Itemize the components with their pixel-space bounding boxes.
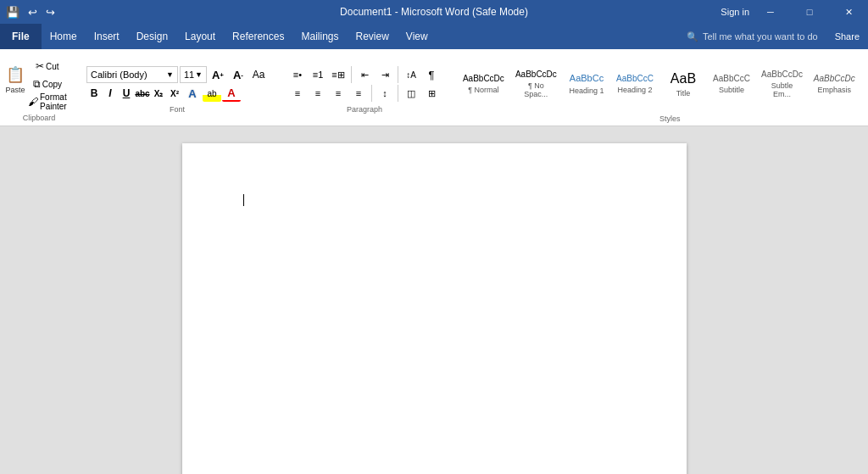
styles-list: AaBbCcDc ¶ Normal AaBbCcDc ¶ No Spac... … — [458, 62, 860, 106]
underline-button[interactable]: U — [119, 86, 134, 101]
home-menu[interactable]: Home — [42, 24, 86, 49]
review-menu[interactable]: Review — [347, 24, 397, 49]
title-bar: 💾 ↩ ↪ Document1 - Microsoft Word (Safe M… — [0, 0, 868, 24]
font-color-button[interactable]: A — [222, 85, 241, 102]
shading-button[interactable]: ◫ — [402, 85, 420, 102]
align-center-button[interactable]: ≡ — [309, 85, 327, 102]
style-subtle-emphasis[interactable]: AaBbCcDc Subtle Em... — [756, 62, 808, 106]
minimize-icon[interactable]: ─ — [751, 0, 790, 24]
document-page[interactable] — [182, 143, 687, 474]
copy-button[interactable]: ⧉ Copy — [25, 75, 70, 92]
file-menu[interactable]: File — [0, 24, 42, 49]
line-spacing-button[interactable]: ↕ — [376, 85, 394, 102]
cut-icon: ✂ — [36, 60, 44, 72]
style-normal[interactable]: AaBbCcDc ¶ Normal — [458, 62, 509, 106]
format-painter-button[interactable]: 🖌 Format Painter — [25, 93, 70, 110]
window-controls: ─ □ ✕ — [751, 0, 868, 24]
tell-me-input[interactable]: 🔍 Tell me what you want to do — [678, 24, 826, 49]
bold-button[interactable]: B — [86, 86, 102, 101]
text-cursor — [243, 194, 244, 206]
style-subtitle[interactable]: AaBbCcC Subtitle — [708, 62, 755, 106]
styles-more[interactable]: ⊞ — [864, 94, 868, 111]
paste-button[interactable]: 📋 Paste — [5, 58, 25, 102]
search-icon: 🔍 — [687, 31, 698, 42]
style-no-space[interactable]: AaBbCcDc ¶ No Spac... — [510, 62, 562, 106]
styles-scroll-up[interactable]: ▲ — [864, 57, 868, 74]
strikethrough-button[interactable]: abc — [135, 86, 150, 101]
undo-icon[interactable]: ↩ — [25, 6, 40, 19]
style-heading2[interactable]: AaBbCcC Heading 2 — [611, 62, 659, 106]
highlight-button[interactable]: ab — [203, 85, 221, 102]
redo-icon[interactable]: ↪ — [43, 6, 58, 19]
layout-menu[interactable]: Layout — [176, 24, 224, 49]
share-button[interactable]: Share — [826, 24, 868, 49]
bullets-button[interactable]: ≡• — [288, 66, 307, 83]
document-area[interactable] — [0, 126, 868, 474]
close-icon[interactable]: ✕ — [829, 0, 868, 24]
align-right-button[interactable]: ≡ — [329, 85, 348, 102]
font-name-input[interactable]: Calibri (Body) ▼ — [86, 66, 178, 83]
window-title: Document1 - Microsoft Word (Safe Mode) — [340, 6, 528, 18]
maximize-icon[interactable]: □ — [790, 0, 829, 24]
sign-in-button[interactable]: Sign in — [721, 7, 749, 17]
menu-bar: File Home Insert Design Layout Reference… — [0, 24, 868, 49]
design-menu[interactable]: Design — [128, 24, 176, 49]
main-content — [0, 126, 868, 474]
subscript-button[interactable]: X₂ — [151, 86, 166, 101]
superscript-button[interactable]: X² — [167, 86, 182, 101]
references-menu[interactable]: References — [224, 24, 292, 49]
clipboard-group: 📋 Paste ✂ Cut ⧉ Copy 🖌 Format Painter Cl… — [5, 58, 73, 110]
borders-button[interactable]: ⊞ — [422, 85, 441, 102]
show-marks-button[interactable]: ¶ — [422, 66, 441, 83]
view-menu[interactable]: View — [398, 24, 437, 49]
insert-menu[interactable]: Insert — [86, 24, 128, 49]
sort-button[interactable]: ↕A — [402, 66, 420, 83]
save-icon[interactable]: 💾 — [3, 6, 22, 19]
multilevel-button[interactable]: ≡⊞ — [329, 66, 348, 83]
text-effects-button[interactable]: A — [183, 85, 202, 102]
numbering-button[interactable]: ≡1 — [309, 66, 327, 83]
styles-scroll-down[interactable]: ▼ — [864, 75, 868, 92]
format-painter-icon: 🖌 — [28, 96, 38, 108]
decrease-indent-button[interactable]: ⇤ — [355, 66, 374, 83]
increase-indent-button[interactable]: ⇥ — [376, 66, 394, 83]
quick-access-toolbar: 💾 ↩ ↪ — [3, 6, 58, 19]
style-title[interactable]: AaB Title — [659, 62, 707, 106]
font-group: Calibri (Body) ▼ 11 ▼ A+ A- Aa B I U abc… — [80, 66, 275, 102]
paragraph-group: ≡• ≡1 ≡⊞ ⇤ ⇥ ↕A ¶ ≡ ≡ ≡ ≡ ↕ ◫ ⊞ P — [281, 66, 448, 102]
copy-icon: ⧉ — [33, 78, 41, 90]
font-grow-button[interactable]: A+ — [209, 66, 227, 83]
font-size-input[interactable]: 11 ▼ — [180, 66, 207, 83]
style-emphasis[interactable]: AaBbCcDc Emphasis — [809, 62, 860, 106]
font-shrink-button[interactable]: A- — [229, 66, 248, 83]
justify-button[interactable]: ≡ — [349, 85, 368, 102]
ribbon: 📋 Paste ✂ Cut ⧉ Copy 🖌 Format Painter Cl… — [0, 49, 868, 126]
ribbon-groups: 📋 Paste ✂ Cut ⧉ Copy 🖌 Format Painter Cl… — [0, 53, 868, 125]
style-heading1[interactable]: AaBbCc Heading 1 — [563, 62, 610, 106]
styles-group: AaBbCcDc ¶ Normal AaBbCcDc ¶ No Spac... … — [454, 57, 868, 111]
align-left-button[interactable]: ≡ — [288, 85, 307, 102]
change-case-button[interactable]: Aa — [249, 66, 268, 83]
cut-button[interactable]: ✂ Cut — [25, 58, 70, 75]
mailings-menu[interactable]: Mailings — [292, 24, 347, 49]
italic-button[interactable]: I — [103, 86, 118, 101]
